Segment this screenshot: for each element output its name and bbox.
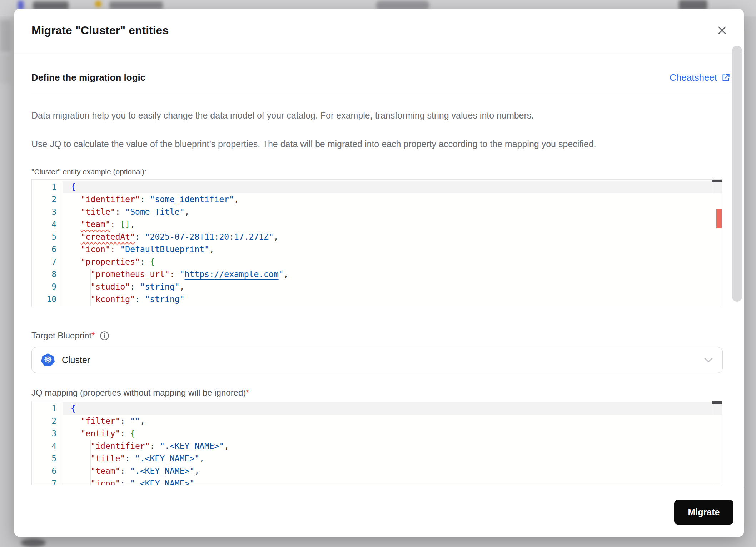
jq-mapping-label: JQ mapping (properties without mapping w…	[31, 388, 722, 398]
code-text: "identifier": ".<KEY_NAME>",	[63, 440, 722, 452]
code-line[interactable]: 9 "studio": "string",	[32, 281, 722, 293]
code-text: {	[63, 181, 722, 193]
background-sidebar-blob	[0, 20, 11, 52]
background-sidebar-blob	[0, 54, 11, 84]
line-number: 10	[32, 293, 63, 306]
indent-guide	[90, 268, 91, 306]
entity-example-code-editor[interactable]: 1{2 "identifier": "some_identifier",3 "t…	[31, 179, 722, 307]
editor-scrollbar-gutter	[712, 180, 712, 307]
dialog-header: Migrate "Cluster" entities	[14, 9, 744, 52]
code-line[interactable]: 6 "icon": "DefaultBlueprint",	[32, 243, 722, 256]
code-text: "icon": "DefaultBlueprint",	[63, 243, 722, 256]
line-number: 3	[32, 427, 63, 440]
code-line[interactable]: 3 "entity": {	[32, 427, 722, 440]
target-blueprint-value: Cluster	[62, 355, 90, 365]
external-link-icon	[721, 73, 731, 82]
background-toolbar-icons	[679, 0, 707, 10]
line-number: 5	[32, 231, 63, 243]
target-blueprint-label: Target Blueprint*	[31, 331, 95, 341]
code-text: "properties": {	[63, 256, 722, 268]
error-overview-marker	[716, 209, 722, 228]
code-line[interactable]: 8 "prometheus_url": "https://example.com…	[32, 268, 722, 281]
line-number: 4	[32, 218, 63, 231]
code-text: "prometheus_url": "https://example.com",	[63, 268, 722, 281]
code-text: "icon": ".<KEY_NAME>",	[63, 477, 722, 485]
line-number: 3	[32, 206, 63, 218]
code-line[interactable]: 2 "filter": "",	[32, 415, 722, 427]
code-line[interactable]: 3 "title": "Some Title",	[32, 206, 722, 218]
line-number: 2	[32, 415, 63, 427]
code-text: "title": ".<KEY_NAME>",	[63, 452, 722, 465]
code-text: "createdAt": "2025-07-28T11:20:17.271Z",	[63, 231, 722, 243]
line-number: 2	[32, 193, 63, 206]
editor-scrollbar-gutter	[712, 401, 712, 485]
code-line[interactable]: 5 "title": ".<KEY_NAME>",	[32, 452, 722, 465]
close-button[interactable]	[716, 24, 728, 36]
background-status-dot	[95, 1, 101, 7]
line-number: 7	[32, 256, 63, 268]
code-text: "entity": {	[63, 427, 722, 440]
code-line[interactable]: 7 "properties": {	[32, 256, 722, 268]
line-number: 1	[32, 402, 63, 415]
line-number: 4	[32, 440, 63, 452]
code-line[interactable]: 1{	[32, 402, 722, 415]
code-text: "studio": "string",	[63, 281, 722, 293]
kubernetes-icon: ☸	[41, 353, 55, 367]
code-text: "team": ".<KEY_NAME>",	[63, 465, 722, 477]
code-line[interactable]: 4 "identifier": ".<KEY_NAME>",	[32, 440, 722, 452]
required-asterisk: *	[246, 388, 249, 397]
line-number: 8	[32, 268, 63, 281]
modal-scrollbar[interactable]	[732, 46, 742, 302]
code-line[interactable]: 6 "team": ".<KEY_NAME>",	[32, 465, 722, 477]
code-text: "team": [],	[63, 218, 722, 231]
dialog-title: Migrate "Cluster" entities	[31, 24, 169, 37]
info-icon[interactable]	[100, 331, 109, 341]
section-heading-row: Define the migration logic Cheatsheet	[31, 72, 731, 83]
target-blueprint-select[interactable]: ☸ Cluster	[31, 347, 723, 373]
code-line[interactable]: 4 "team": [],	[32, 218, 722, 231]
editor-scrollbar-thumb[interactable]	[712, 401, 722, 404]
indent-guide	[90, 440, 91, 485]
code-text: "kconfig": "string"	[63, 293, 722, 306]
line-number: 6	[32, 465, 63, 477]
migrate-entities-dialog: Migrate "Cluster" entities Define the mi…	[14, 9, 744, 537]
code-text: "identifier": "some_identifier",	[63, 193, 722, 206]
line-number: 1	[32, 181, 63, 193]
required-asterisk: *	[91, 331, 95, 340]
dialog-footer: Migrate	[14, 487, 744, 537]
cheatsheet-link[interactable]: Cheatsheet	[670, 72, 731, 83]
target-blueprint-label-row: Target Blueprint*	[31, 331, 722, 341]
code-line[interactable]: 5 "createdAt": "2025-07-28T11:20:17.271Z…	[32, 231, 722, 243]
section-divider	[31, 94, 731, 94]
dialog-body: Define the migration logic Cheatsheet Da…	[14, 52, 744, 485]
code-text: {	[63, 402, 722, 415]
line-number: 6	[32, 243, 63, 256]
code-line[interactable]: 7 "icon": ".<KEY_NAME>",	[32, 477, 722, 485]
code-line[interactable]: 1{	[32, 181, 722, 193]
description-paragraph-1: Data migration help you to easily change…	[31, 110, 722, 121]
cheatsheet-link-label: Cheatsheet	[670, 72, 717, 83]
code-line[interactable]: 2 "identifier": "some_identifier",	[32, 193, 722, 206]
section-heading: Define the migration logic	[31, 72, 145, 83]
line-number: 7	[32, 477, 63, 485]
close-icon	[717, 25, 727, 36]
code-text: "title": "Some Title",	[63, 206, 722, 218]
background-smudge	[21, 538, 46, 547]
editor-scrollbar-thumb[interactable]	[712, 180, 722, 182]
line-number: 5	[32, 452, 63, 465]
description-paragraph-2: Use JQ to calculate the value of the blu…	[31, 139, 722, 150]
code-text: "filter": "",	[63, 415, 722, 427]
background-breadcrumb-blob	[109, 1, 163, 9]
migrate-button[interactable]: Migrate	[674, 500, 733, 525]
chevron-down-icon	[704, 357, 713, 363]
entity-example-label: "Cluster" entity example (optional):	[31, 167, 722, 176]
code-line[interactable]: 10 "kconfig": "string"	[32, 293, 722, 306]
jq-mapping-code-editor[interactable]: 1{2 "filter": "",3 "entity": {4 "identif…	[31, 401, 722, 485]
line-number: 9	[32, 281, 63, 293]
